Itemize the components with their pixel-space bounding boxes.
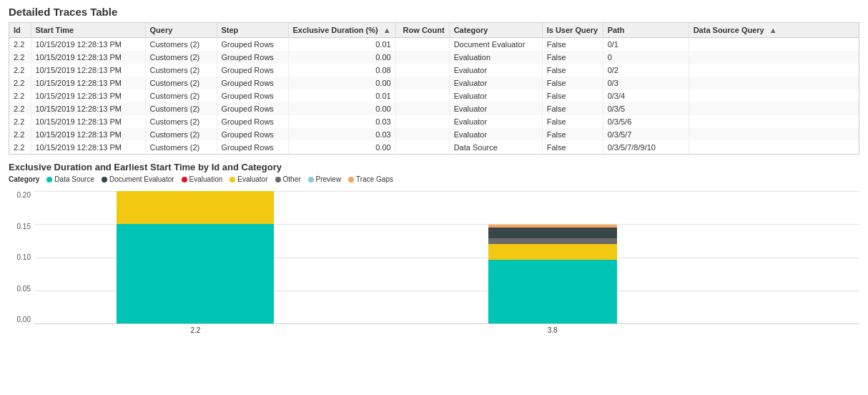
col-header-row-count[interactable]: Row Count bbox=[395, 23, 449, 38]
table-cell: Evaluator bbox=[449, 102, 542, 115]
y-label-010: 0.10 bbox=[17, 253, 31, 261]
table-cell: Customers (2) bbox=[145, 64, 217, 77]
chart-area: 0.20 0.15 0.10 0.05 0.00 bbox=[9, 187, 859, 341]
table-cell: False bbox=[542, 102, 603, 115]
table-cell: 0.00 bbox=[288, 141, 395, 154]
col-header-step[interactable]: Step bbox=[217, 23, 288, 38]
table-cell: 0/3/5/6 bbox=[603, 115, 689, 128]
detailed-traces-table: Id Start Time Query Step Exclusive Durat… bbox=[9, 23, 859, 154]
table-cell: Data Source bbox=[449, 141, 542, 154]
table-cell: 10/15/2019 12:28:13 PM bbox=[31, 64, 145, 77]
table-cell: 10/15/2019 12:28:13 PM bbox=[31, 77, 145, 89]
table-cell: Evaluator bbox=[449, 115, 542, 128]
col-header-is-user-query[interactable]: Is User Query bbox=[542, 23, 603, 38]
table-cell: Grouped Rows bbox=[217, 141, 288, 154]
table-cell: 10/15/2019 12:28:13 PM bbox=[31, 141, 145, 154]
table-cell: False bbox=[542, 89, 603, 102]
table-cell: Grouped Rows bbox=[217, 128, 288, 141]
bar-group-22 bbox=[117, 191, 274, 323]
table-cell: 0.00 bbox=[288, 77, 395, 89]
table-cell: 2.2 bbox=[9, 102, 31, 115]
preview-dot bbox=[308, 177, 314, 182]
table-cell: 0/3/4 bbox=[603, 89, 689, 102]
col-header-category[interactable]: Category bbox=[449, 23, 542, 38]
table-cell: Grouped Rows bbox=[217, 77, 288, 89]
table-cell: Customers (2) bbox=[145, 102, 217, 115]
table-cell: False bbox=[542, 141, 603, 154]
bar-segment-evaluator-22 bbox=[117, 191, 274, 224]
document-evaluator-dot bbox=[102, 177, 107, 182]
table-cell: Grouped Rows bbox=[217, 89, 288, 102]
table-cell bbox=[395, 51, 449, 64]
y-label-020: 0.20 bbox=[17, 191, 31, 199]
table-cell bbox=[689, 77, 859, 89]
table-cell: False bbox=[542, 77, 603, 89]
preview-label: Preview bbox=[316, 175, 342, 183]
y-label-000: 0.00 bbox=[17, 316, 31, 323]
table-cell: 0.03 bbox=[288, 115, 395, 128]
col-header-excl-duration[interactable]: Exclusive Duration (%) ▲ bbox=[288, 23, 395, 38]
bar-segment-datasource-38 bbox=[488, 260, 617, 323]
trace-gaps-dot bbox=[348, 177, 354, 182]
table-cell bbox=[395, 64, 449, 77]
col-header-id[interactable]: Id bbox=[9, 23, 31, 38]
table-cell: Evaluator bbox=[449, 77, 542, 89]
evaluation-dot bbox=[182, 177, 187, 182]
other-label: Other bbox=[283, 175, 301, 183]
table-row: 2.210/15/2019 12:28:13 PMCustomers (2)Gr… bbox=[9, 102, 859, 115]
table-cell: 2.2 bbox=[9, 64, 31, 77]
table-row: 2.210/15/2019 12:28:13 PMCustomers (2)Gr… bbox=[9, 141, 859, 154]
bar-segment-other-38 bbox=[488, 238, 617, 244]
legend-evaluation: Evaluation bbox=[182, 175, 223, 183]
table-cell: Document Evaluator bbox=[449, 38, 542, 52]
table-cell: Evaluator bbox=[449, 89, 542, 102]
table-cell: Grouped Rows bbox=[217, 51, 288, 64]
table-cell: Evaluator bbox=[449, 128, 542, 141]
table-cell: 2.2 bbox=[9, 38, 31, 52]
chart-section: Exclusive Duration and Earliest Start Ti… bbox=[9, 162, 859, 341]
table-cell: Grouped Rows bbox=[217, 64, 288, 77]
table-cell: 10/15/2019 12:28:13 PM bbox=[31, 38, 145, 52]
chart-legend: Category Data Source Document Evaluator … bbox=[9, 175, 859, 183]
col-header-start-time[interactable]: Start Time bbox=[31, 23, 145, 38]
bar-segment-evaluator-38 bbox=[488, 244, 617, 260]
table-cell bbox=[689, 64, 859, 77]
table-cell: 0.01 bbox=[288, 89, 395, 102]
x-label-22: 2.2 bbox=[117, 326, 274, 334]
table-title: Detailed Traces Table bbox=[9, 6, 859, 18]
table-cell: 0/2 bbox=[603, 64, 689, 77]
legend-preview: Preview bbox=[308, 175, 342, 183]
table-cell bbox=[395, 89, 449, 102]
col-header-data-source-query[interactable]: Data Source Query ▲ bbox=[689, 23, 859, 38]
table-cell bbox=[689, 38, 859, 52]
table-cell: 0 bbox=[603, 51, 689, 64]
sort-arrow-icon: ▲ bbox=[769, 26, 777, 34]
table-cell: Customers (2) bbox=[145, 38, 217, 52]
table-cell: 0/3/5 bbox=[603, 102, 689, 115]
bar-segment-datasource-22 bbox=[117, 224, 274, 323]
table-cell: 2.2 bbox=[9, 51, 31, 64]
table-cell: 2.2 bbox=[9, 77, 31, 89]
legend-label: Category bbox=[9, 175, 39, 183]
table-cell bbox=[395, 141, 449, 154]
table-cell: 2.2 bbox=[9, 89, 31, 102]
evaluator-label: Evaluator bbox=[237, 175, 267, 183]
data-source-label: Data Source bbox=[54, 175, 94, 183]
col-header-path[interactable]: Path bbox=[603, 23, 689, 38]
table-cell bbox=[689, 141, 859, 154]
table-cell: Evaluation bbox=[449, 51, 542, 64]
table-cell: False bbox=[542, 38, 603, 52]
legend-evaluator: Evaluator bbox=[230, 175, 267, 183]
x-label-22-text: 2.2 bbox=[190, 326, 200, 334]
table-cell bbox=[689, 89, 859, 102]
table-cell bbox=[395, 128, 449, 141]
table-scroll[interactable]: Id Start Time Query Step Exclusive Durat… bbox=[9, 23, 859, 154]
table-cell: 0/1 bbox=[603, 38, 689, 52]
table-cell: 0.00 bbox=[288, 102, 395, 115]
table-cell: Customers (2) bbox=[145, 89, 217, 102]
col-header-query[interactable]: Query bbox=[145, 23, 217, 38]
legend-other: Other bbox=[275, 175, 301, 183]
table-cell: Customers (2) bbox=[145, 77, 217, 89]
table-row: 2.210/15/2019 12:28:13 PMCustomers (2)Gr… bbox=[9, 38, 859, 52]
evaluation-label: Evaluation bbox=[189, 175, 223, 183]
